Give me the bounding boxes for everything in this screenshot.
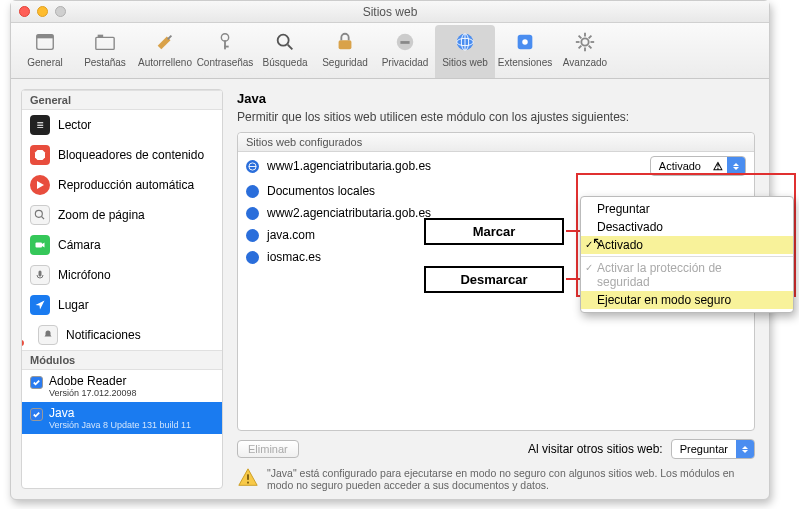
location-icon <box>30 295 50 315</box>
warning-icon <box>237 467 259 489</box>
svg-rect-2 <box>96 37 114 49</box>
policy-select[interactable]: Activado⚠ <box>650 156 746 176</box>
svg-rect-38 <box>247 474 249 480</box>
checkmark-icon: ✓ <box>585 239 593 250</box>
svg-rect-39 <box>247 482 249 484</box>
warning-row: "Java" está configurado para ejecutarse … <box>237 467 755 491</box>
preferences-toolbar: General Pestañas Autorrelleno Contraseña… <box>11 23 769 79</box>
sidebar-item-mic[interactable]: Micrófono <box>22 260 222 290</box>
policy-popup-menu: Preguntar Desactivado ✓Activado ✓Activar… <box>580 196 794 313</box>
play-icon <box>30 175 50 195</box>
tab-autofill[interactable]: Autorrelleno <box>135 25 195 78</box>
svg-line-25 <box>579 46 582 49</box>
delete-button[interactable]: Eliminar <box>237 440 299 458</box>
svg-rect-3 <box>98 35 104 38</box>
svg-line-26 <box>589 36 592 39</box>
sidebar-general-list: ≡Lector Bloqueadores de contenido Reprod… <box>22 110 222 350</box>
block-icon <box>30 145 50 165</box>
annotation-marcar: Marcar <box>424 218 564 245</box>
svg-point-17 <box>522 39 528 45</box>
globe-icon <box>246 207 259 220</box>
svg-line-30 <box>42 217 44 219</box>
tab-search[interactable]: Búsqueda <box>255 25 315 78</box>
checkbox-icon[interactable] <box>30 376 43 389</box>
sidebar-item-zoom[interactable]: Zoom de página <box>22 200 222 230</box>
close-button[interactable] <box>19 6 30 17</box>
sidebar: General ≡Lector Bloqueadores de contenid… <box>21 89 223 489</box>
site-row[interactable]: www1.agenciatributaria.gob.es Activado⚠ <box>238 152 754 180</box>
reader-icon: ≡ <box>30 115 50 135</box>
list-header: Sitios web configurados <box>238 133 754 152</box>
camera-icon <box>30 235 50 255</box>
globe-icon <box>246 160 259 173</box>
sidebar-item-notifications[interactable]: Notificaciones <box>22 320 222 350</box>
module-item-java[interactable]: JavaVersión Java 8 Update 131 build 11 <box>22 402 222 434</box>
sidebar-item-reader[interactable]: ≡Lector <box>22 110 222 140</box>
bell-icon <box>38 325 58 345</box>
module-title: Java <box>237 91 755 106</box>
svg-marker-28 <box>37 181 44 189</box>
svg-rect-5 <box>224 40 226 49</box>
badge-icon <box>21 340 24 346</box>
svg-rect-31 <box>36 243 43 248</box>
warning-text: "Java" está configurado para ejecutarse … <box>267 467 755 491</box>
sidebar-item-blockers[interactable]: Bloqueadores de contenido <box>22 140 222 170</box>
module-item-adobe[interactable]: Adobe ReaderVersión 17.012.20098 <box>22 370 222 402</box>
svg-point-7 <box>278 35 289 46</box>
svg-rect-6 <box>224 46 229 48</box>
sidebar-header-general: General <box>22 90 222 110</box>
menu-item-on[interactable]: ✓Activado <box>581 236 793 254</box>
svg-line-8 <box>288 45 293 50</box>
tab-general[interactable]: General <box>15 25 75 78</box>
svg-marker-34 <box>36 301 45 310</box>
svg-marker-32 <box>42 243 45 248</box>
globe-icon <box>246 251 259 264</box>
chevron-updown-icon <box>727 157 745 175</box>
menu-item-ask[interactable]: Preguntar <box>581 200 793 218</box>
svg-line-24 <box>589 46 592 49</box>
svg-line-23 <box>579 36 582 39</box>
window-title: Sitios web <box>11 1 769 23</box>
checkbox-icon[interactable] <box>30 408 43 421</box>
sidebar-header-modules: Módulos <box>22 350 222 370</box>
sidebar-item-autoplay[interactable]: Reproducción automática <box>22 170 222 200</box>
svg-rect-33 <box>39 271 42 277</box>
tab-security[interactable]: Seguridad <box>315 25 375 78</box>
svg-rect-11 <box>400 41 409 44</box>
annotation-desmarcar: Desmarcar <box>424 266 564 293</box>
tab-privacy[interactable]: Privacidad <box>375 25 435 78</box>
svg-rect-1 <box>37 35 54 39</box>
tab-passwords[interactable]: Contraseñas <box>195 25 255 78</box>
module-subtitle: Permitir que los sitios web utilicen est… <box>237 110 755 124</box>
chevron-updown-icon <box>736 440 754 458</box>
titlebar: Sitios web <box>11 1 769 23</box>
menu-item-off[interactable]: Desactivado <box>581 218 793 236</box>
menu-item-protection: ✓Activar la protección de seguridad <box>581 259 793 291</box>
globe-icon <box>246 229 259 242</box>
tab-websites[interactable]: Sitios web <box>435 25 495 78</box>
globe-icon <box>246 185 259 198</box>
mic-icon <box>30 265 50 285</box>
other-sites-label: Al visitar otros sitios web: <box>528 442 663 456</box>
sidebar-item-camera[interactable]: Cámara <box>22 230 222 260</box>
tab-extensions[interactable]: Extensiones <box>495 25 555 78</box>
sidebar-item-location[interactable]: Lugar <box>22 290 222 320</box>
svg-point-4 <box>221 34 228 41</box>
svg-rect-9 <box>339 40 352 49</box>
zoom-button[interactable] <box>55 6 66 17</box>
svg-point-18 <box>581 38 588 45</box>
minimize-button[interactable] <box>37 6 48 17</box>
svg-marker-27 <box>35 150 45 160</box>
tab-tabs[interactable]: Pestañas <box>75 25 135 78</box>
checkmark-icon: ✓ <box>585 262 593 273</box>
svg-point-29 <box>35 210 42 217</box>
tab-advanced[interactable]: Avanzado <box>555 25 615 78</box>
menu-item-safe-mode[interactable]: Ejecutar en modo seguro <box>581 291 793 309</box>
zoom-icon <box>30 205 50 225</box>
other-sites-select[interactable]: Preguntar <box>671 439 755 459</box>
